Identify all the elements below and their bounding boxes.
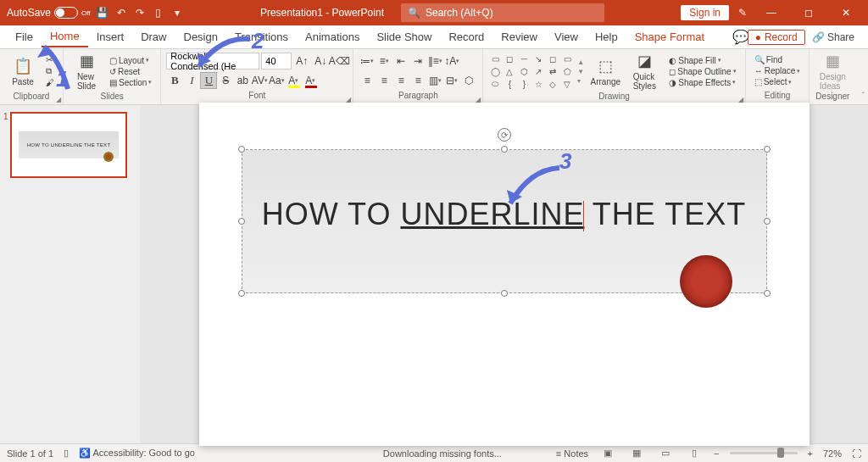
font-size-combo[interactable]: 40 — [261, 53, 292, 70]
align-text-button[interactable]: ⊟ — [443, 72, 460, 89]
group-paragraph-label: Paragraph — [359, 91, 477, 103]
align-left-icon[interactable]: ≡ — [359, 72, 376, 89]
section-button[interactable]: ▤ Section — [106, 77, 155, 88]
handle-icon[interactable] — [238, 218, 245, 225]
bullets-button[interactable]: ≔ — [359, 53, 376, 70]
search-placeholder: Search (Alt+Q) — [426, 7, 493, 19]
zoom-level[interactable]: 72% — [823, 448, 842, 459]
clear-formatting-icon[interactable]: A⌫ — [331, 53, 348, 70]
line-spacing-button[interactable]: ‖≡ — [426, 53, 443, 70]
search-box[interactable]: 🔍 Search (Alt+Q) — [401, 3, 604, 22]
work-area: 1 HOW TO UNDERLINE THE TEXT ⟳ HOW TO UND… — [0, 105, 868, 443]
shapes-gallery[interactable]: ▭◻─↘◻▭ ◯△⬡↗⇄⬠ ⬭{}☆◇▽ — [488, 53, 574, 90]
replace-button[interactable]: ↔ Replace — [751, 65, 804, 76]
text-direction-button[interactable]: ↕A — [443, 53, 460, 70]
decrease-font-icon[interactable]: A↓ — [312, 53, 329, 70]
normal-view-icon[interactable]: ▣ — [598, 446, 617, 461]
columns-button[interactable]: ▥ — [426, 72, 443, 89]
fit-to-window-icon[interactable]: ⛶ — [852, 448, 861, 459]
tab-record[interactable]: Record — [440, 27, 492, 47]
highlight-button[interactable]: A — [285, 72, 302, 89]
group-designer-label: Designer — [815, 92, 850, 103]
gallery-up-icon[interactable]: ▲ — [577, 58, 584, 66]
record-button[interactable]: ●Record — [748, 30, 805, 45]
quick-styles-button[interactable]: ◪Quick Styles — [626, 51, 662, 92]
coming-soon-icon[interactable]: ✎ — [736, 6, 749, 19]
find-label: Find — [766, 55, 782, 64]
tab-view[interactable]: View — [546, 27, 587, 47]
tab-review[interactable]: Review — [492, 27, 546, 47]
status-accessibility[interactable]: ♿ Accessibility: Good to go — [79, 448, 195, 459]
save-icon[interactable]: 💾 — [96, 6, 109, 19]
shape-fill-button[interactable]: ◐ Shape Fill — [665, 55, 739, 66]
reset-label: Reset — [118, 67, 140, 76]
handle-icon[interactable] — [501, 146, 508, 153]
annotation-3: 3 — [559, 148, 571, 175]
font-color-button[interactable]: A — [302, 72, 319, 89]
rotate-handle-icon[interactable]: ⟳ — [498, 128, 511, 142]
comments-icon[interactable]: 💬 — [732, 29, 748, 45]
slide-thumbnail-1[interactable]: 1 HOW TO UNDERLINE THE TEXT — [10, 112, 130, 178]
change-case-button[interactable]: Aa — [268, 72, 285, 89]
handle-icon[interactable] — [764, 290, 771, 297]
slideshow-view-icon[interactable]: ▯ — [685, 446, 704, 461]
handle-icon[interactable] — [238, 290, 245, 297]
share-button[interactable]: 🔗 Share — [805, 30, 861, 45]
design-ideas-button[interactable]: ▦Design Ideas — [815, 51, 850, 92]
text-before: HOW TO — [262, 197, 401, 231]
select-button[interactable]: ⬚ Select — [751, 76, 804, 87]
autosave-toggle[interactable]: AutoSave Off — [7, 7, 91, 19]
arrange-icon: ⬚ — [598, 57, 613, 75]
align-right-icon[interactable]: ≡ — [392, 72, 409, 89]
layout-button[interactable]: ▢ Layout — [106, 55, 155, 66]
tab-draw[interactable]: Draw — [132, 27, 175, 47]
align-center-icon[interactable]: ≡ — [376, 72, 392, 89]
shape-outline-button[interactable]: ◻ Shape Outline — [665, 66, 739, 77]
select-label: Select — [764, 77, 787, 86]
quick-styles-icon: ◪ — [637, 52, 652, 70]
zoom-slider[interactable] — [730, 452, 798, 454]
handle-icon[interactable] — [764, 146, 771, 153]
minimize-icon[interactable]: — — [756, 0, 787, 25]
zoom-thumb[interactable] — [777, 448, 784, 458]
redo-icon[interactable]: ↷ — [133, 6, 147, 19]
handle-icon[interactable] — [501, 290, 508, 297]
tab-animations[interactable]: Animations — [297, 27, 368, 47]
start-from-beginning-icon[interactable]: ▯ — [152, 6, 165, 19]
handle-icon[interactable] — [238, 146, 245, 153]
quick-styles-label: Quick Styles — [633, 72, 656, 91]
arrange-button[interactable]: ⬚Arrange — [587, 51, 623, 92]
group-editing: 🔍 Find ↔ Replace ⬚ Select Editing — [746, 49, 810, 104]
status-lang-icon[interactable]: ▯ — [64, 448, 69, 459]
tab-slideshow[interactable]: Slide Show — [368, 27, 440, 47]
undo-icon[interactable]: ↶ — [114, 6, 128, 19]
reading-view-icon[interactable]: ▭ — [656, 446, 675, 461]
gallery-down-icon[interactable]: ▼ — [577, 68, 584, 75]
handle-icon[interactable] — [764, 218, 771, 225]
numbering-button[interactable]: ≡ — [376, 53, 392, 70]
signin-button[interactable]: Sign in — [681, 5, 729, 20]
bold-button[interactable]: B — [166, 72, 183, 89]
tab-shape-format[interactable]: Shape Format — [626, 27, 713, 47]
close-icon[interactable]: ✕ — [831, 0, 861, 25]
tab-help[interactable]: Help — [587, 27, 626, 47]
increase-font-icon[interactable]: A↑ — [293, 53, 310, 70]
collapse-ribbon-icon[interactable]: ˇ — [862, 92, 865, 101]
slide-canvas-area[interactable]: ⟳ HOW TO UNDERLINE THE TEXT — [140, 105, 868, 443]
notes-button[interactable]: ≡ Notes — [556, 448, 588, 459]
smartart-button[interactable]: ⬡ — [460, 72, 477, 89]
justify-icon[interactable]: ≡ — [409, 72, 426, 89]
tab-insert[interactable]: Insert — [88, 27, 133, 47]
gallery-more-icon[interactable]: ▾ — [577, 77, 584, 85]
shape-effects-button[interactable]: ◑ Shape Effects — [665, 77, 739, 88]
decrease-indent-icon[interactable]: ⇤ — [392, 53, 409, 70]
maximize-icon[interactable]: ◻ — [793, 0, 824, 25]
qat-dropdown-icon[interactable]: ▾ — [170, 6, 184, 19]
sorter-view-icon[interactable]: ▦ — [627, 446, 646, 461]
zoom-in-icon[interactable]: + — [808, 448, 813, 459]
layout-label: Layout — [119, 56, 144, 65]
zoom-out-icon[interactable]: − — [714, 448, 719, 459]
find-button[interactable]: 🔍 Find — [751, 54, 804, 65]
increase-indent-icon[interactable]: ⇥ — [409, 53, 426, 70]
reset-button[interactable]: ↺ Reset — [106, 66, 155, 77]
